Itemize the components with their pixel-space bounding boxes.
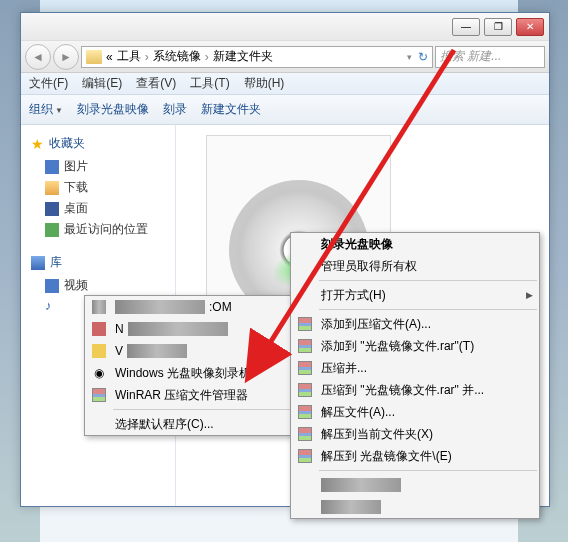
winrar-icon — [298, 427, 312, 441]
breadcrumb-lvl3[interactable]: 新建文件夹 — [213, 48, 273, 65]
winrar-icon — [298, 317, 312, 331]
menu-view[interactable]: 查看(V) — [136, 75, 176, 92]
open-with-submenu: :OM N V ◉Windows 光盘映像刻录机 WinRAR 压缩文件管理器 … — [84, 295, 294, 436]
breadcrumb-sep: › — [205, 50, 209, 64]
back-button[interactable]: ◄ — [25, 44, 51, 70]
recent-icon — [45, 223, 59, 237]
sidebar-item-pictures[interactable]: 图片 — [31, 156, 169, 177]
videos-icon — [45, 279, 59, 293]
maximize-button[interactable]: ❐ — [484, 18, 512, 36]
menu-separator — [319, 309, 537, 310]
ctx-blur-row[interactable] — [291, 496, 539, 518]
submenu-choose-default[interactable]: 选择默认程序(C)... — [85, 413, 293, 435]
desktop-icon — [45, 202, 59, 216]
forward-button[interactable]: ► — [53, 44, 79, 70]
submenu-item-windows-burner[interactable]: ◉Windows 光盘映像刻录机 — [85, 362, 293, 384]
menu-file[interactable]: 文件(F) — [29, 75, 68, 92]
menu-separator — [319, 470, 537, 471]
sidebar-libraries[interactable]: 库 — [31, 254, 169, 271]
search-input[interactable]: 搜索 新建... — [435, 46, 545, 68]
menu-help[interactable]: 帮助(H) — [244, 75, 285, 92]
winrar-icon — [298, 405, 312, 419]
winrar-icon — [298, 383, 312, 397]
ctx-rar-compress[interactable]: 压缩并... — [291, 357, 539, 379]
disc-icon: ◉ — [90, 364, 108, 382]
star-icon: ★ — [31, 136, 44, 152]
sidebar-item-downloads[interactable]: 下载 — [31, 177, 169, 198]
ctx-burn-image[interactable]: 刻录光盘映像 — [291, 233, 539, 255]
submenu-item-winrar[interactable]: WinRAR 压缩文件管理器 — [85, 384, 293, 406]
breadcrumb-lvl2[interactable]: 系统镜像 — [153, 48, 201, 65]
toolbar: 组织▼ 刻录光盘映像 刻录 新建文件夹 — [21, 95, 549, 125]
pictures-icon — [45, 160, 59, 174]
breadcrumb-sep: › — [145, 50, 149, 64]
ctx-rar-add[interactable]: 添加到压缩文件(A)... — [291, 313, 539, 335]
close-button[interactable]: ✕ — [516, 18, 544, 36]
context-menu: 刻录光盘映像 管理员取得所有权 打开方式(H)▶ 添加到压缩文件(A)... 添… — [290, 232, 540, 519]
toolbar-new-folder[interactable]: 新建文件夹 — [201, 101, 261, 118]
music-icon — [45, 298, 52, 313]
library-icon — [31, 256, 45, 270]
downloads-icon — [45, 181, 59, 195]
breadcrumb-lvl1[interactable]: 工具 — [117, 48, 141, 65]
toolbar-organize[interactable]: 组织▼ — [29, 101, 63, 118]
sidebar-item-recent[interactable]: 最近访问的位置 — [31, 219, 169, 240]
nav-bar: ◄ ► « 工具 › 系统镜像 › 新建文件夹 ▾ ↻ 搜索 新建... — [21, 41, 549, 73]
menu-edit[interactable]: 编辑(E) — [82, 75, 122, 92]
ctx-rar-compress-named[interactable]: 压缩到 "光盘镜像文件.rar" 并... — [291, 379, 539, 401]
toolbar-burn[interactable]: 刻录 — [163, 101, 187, 118]
folder-icon — [86, 50, 102, 64]
ctx-admin-own[interactable]: 管理员取得所有权 — [291, 255, 539, 277]
submenu-item[interactable]: V — [85, 340, 293, 362]
ctx-rar-extract-folder[interactable]: 解压到 光盘镜像文件\(E) — [291, 445, 539, 467]
ctx-blur-row[interactable] — [291, 474, 539, 496]
sidebar-item-desktop[interactable]: 桌面 — [31, 198, 169, 219]
menu-tools[interactable]: 工具(T) — [190, 75, 229, 92]
menu-bar: 文件(F) 编辑(E) 查看(V) 工具(T) 帮助(H) — [21, 73, 549, 95]
ctx-rar-add-named[interactable]: 添加到 "光盘镜像文件.rar"(T) — [291, 335, 539, 357]
chevron-right-icon: ▶ — [526, 290, 533, 300]
search-placeholder: 搜索 新建... — [440, 48, 501, 65]
refresh-button[interactable]: ↻ — [418, 50, 428, 64]
address-bar[interactable]: « 工具 › 系统镜像 › 新建文件夹 ▾ ↻ — [81, 46, 433, 68]
minimize-button[interactable]: — — [452, 18, 480, 36]
ctx-open-with[interactable]: 打开方式(H)▶ — [291, 284, 539, 306]
breadcrumb-prefix: « — [106, 50, 113, 64]
submenu-item[interactable]: :OM — [85, 296, 293, 318]
menu-separator — [113, 409, 291, 410]
breadcrumb-dropdown[interactable]: ▾ — [407, 52, 412, 62]
winrar-icon — [298, 339, 312, 353]
ctx-rar-extract-here[interactable]: 解压到当前文件夹(X) — [291, 423, 539, 445]
titlebar: — ❐ ✕ — [21, 13, 549, 41]
winrar-icon — [298, 449, 312, 463]
sidebar-favorites[interactable]: ★收藏夹 — [31, 135, 169, 152]
ctx-rar-extract[interactable]: 解压文件(A)... — [291, 401, 539, 423]
toolbar-burn-image[interactable]: 刻录光盘映像 — [77, 101, 149, 118]
sidebar-item-videos[interactable]: 视频 — [31, 275, 169, 296]
menu-separator — [319, 280, 537, 281]
winrar-icon — [90, 386, 108, 404]
submenu-item[interactable]: N — [85, 318, 293, 340]
winrar-icon — [298, 361, 312, 375]
